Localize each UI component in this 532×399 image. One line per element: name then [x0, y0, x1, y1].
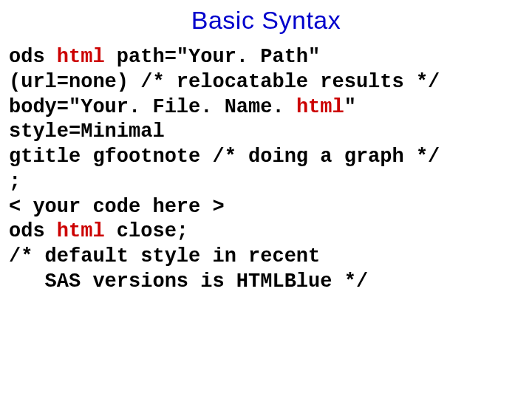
code-line-5: gtitle gfootnote /* doing a graph */ — [9, 146, 440, 168]
code-text: " — [344, 96, 356, 118]
code-keyword-html: html — [57, 46, 105, 68]
code-keyword-html: html — [57, 220, 105, 242]
code-text: ods — [9, 46, 57, 68]
code-text: close; — [105, 220, 188, 242]
code-line-2: (url=none) /* relocatable results */ — [9, 71, 440, 93]
code-line-10: SAS versions is HTMLBlue */ — [9, 270, 368, 293]
code-text: path="Your. Path" — [105, 46, 321, 68]
code-line-6: ; — [9, 171, 21, 193]
slide: Basic Syntax ods html path="Your. Path" … — [0, 0, 532, 399]
code-text: ods — [9, 220, 57, 242]
code-line-9: /* default style in recent — [9, 245, 320, 267]
code-line-1: ods html path="Your. Path" — [9, 46, 320, 68]
code-block: ods html path="Your. Path" (url=none) /*… — [9, 45, 523, 295]
code-keyword-html: html — [296, 96, 344, 118]
slide-title: Basic Syntax — [9, 6, 523, 35]
code-text: body="Your. File. Name. — [9, 96, 296, 118]
code-line-3: body="Your. File. Name. html" — [9, 96, 356, 118]
code-line-8: ods html close; — [9, 220, 188, 242]
code-line-7: < your code here > — [9, 196, 225, 218]
code-line-4: style=Minimal — [9, 120, 165, 143]
